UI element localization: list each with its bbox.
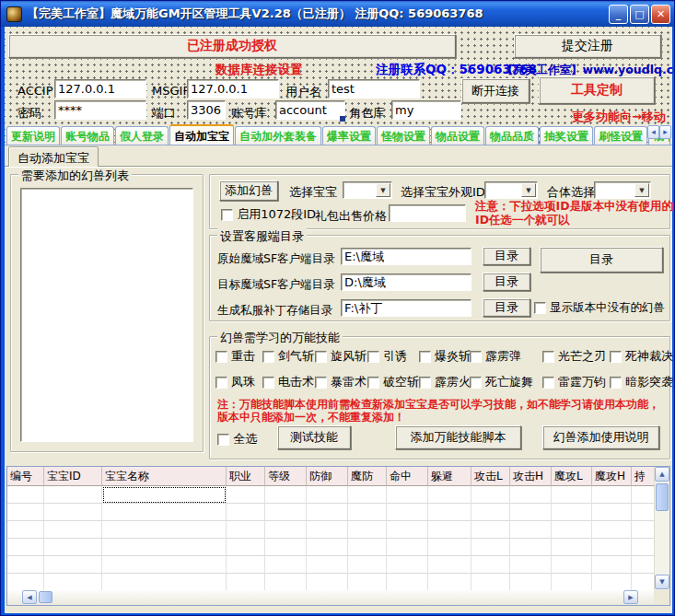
skill-checkbox-破空斩[interactable]: 破空斩 — [367, 374, 419, 390]
table-cell[interactable] — [428, 521, 471, 539]
column-header-职业[interactable]: 职业 — [227, 467, 265, 486]
skill-checkbox-旋风斩[interactable]: 旋风斩 — [315, 348, 367, 365]
tab-抽奖设置[interactable]: 抽奖设置 — [540, 126, 593, 145]
username-input[interactable] — [328, 79, 420, 99]
skill-checkbox-剑气斩[interactable]: 剑气斩 — [262, 348, 314, 365]
tab-自动加宝宝[interactable]: 自动加宝宝 — [169, 124, 234, 145]
column-header-躲避[interactable]: 躲避 — [428, 467, 471, 486]
table-cell[interactable] — [510, 556, 552, 574]
skill-checkbox-霹雳火[interactable]: 霹雳火 — [419, 374, 471, 390]
column-header-宝宝名称[interactable]: 宝宝名称 — [102, 467, 227, 486]
table-row[interactable] — [7, 539, 669, 556]
tab-假人登录[interactable]: 假人登录 — [115, 126, 169, 145]
table-cell[interactable] — [44, 486, 102, 504]
big-dir-button[interactable]: 目录 — [540, 247, 663, 273]
skill-checkbox-死神裁决[interactable]: 死神裁决 — [610, 348, 673, 365]
tab-scroll-left-icon[interactable]: ◂ — [647, 125, 659, 139]
table-cell[interactable] — [348, 556, 387, 574]
checkbox-box[interactable] — [215, 351, 227, 363]
table-cell[interactable] — [387, 521, 428, 539]
column-header-魔攻L[interactable]: 魔攻L — [552, 467, 592, 486]
maximize-button[interactable]: □ — [630, 5, 649, 24]
table-cell[interactable] — [428, 556, 471, 574]
checkbox-box[interactable] — [315, 377, 327, 389]
column-header-宝宝ID[interactable]: 宝宝ID — [44, 467, 102, 486]
tab-爆率设置[interactable]: 爆率设置 — [322, 126, 376, 145]
table-cell[interactable] — [227, 574, 265, 591]
table-cell[interactable] — [265, 556, 307, 574]
pet-listbox[interactable] — [20, 188, 193, 442]
checkbox-box[interactable] — [367, 377, 379, 389]
checkbox-box[interactable] — [262, 377, 274, 389]
table-cell[interactable] — [7, 504, 44, 521]
vertical-scrollbar[interactable]: ▲ ▼ — [654, 467, 669, 591]
table-cell[interactable] — [265, 504, 307, 521]
skill-checkbox-雷霆万钧[interactable]: 雷霆万钧 — [542, 374, 606, 390]
table-row[interactable] — [7, 556, 669, 574]
chevron-down-icon[interactable]: ▼ — [376, 183, 390, 197]
horizontal-scroll-thumb[interactable] — [39, 591, 52, 603]
table-cell[interactable] — [307, 539, 348, 556]
focused-cell[interactable] — [102, 486, 227, 504]
table-cell[interactable] — [552, 486, 592, 504]
scroll-up-icon[interactable]: ▲ — [655, 467, 669, 482]
table-cell[interactable] — [471, 504, 510, 521]
tab-自动加外套装备[interactable]: 自动加外套装备 — [235, 126, 321, 145]
patch-dir-button[interactable]: 目录 — [483, 298, 530, 317]
port-input[interactable] — [187, 100, 226, 120]
column-header-编号[interactable]: 编号 — [7, 467, 44, 486]
accip-input[interactable] — [54, 79, 146, 99]
source-dir-button[interactable]: 目录 — [483, 247, 530, 265]
table-cell[interactable] — [102, 574, 227, 591]
checkbox-box[interactable] — [470, 351, 482, 363]
table-cell[interactable] — [348, 486, 387, 504]
skill-checkbox-凤珠[interactable]: 凤珠 — [215, 374, 255, 390]
table-cell[interactable] — [7, 486, 44, 504]
table-cell[interactable] — [592, 539, 632, 556]
table-cell[interactable] — [592, 556, 632, 574]
submit-register-button[interactable]: 提交注册 — [514, 34, 661, 58]
skill-checkbox-爆炎斩[interactable]: 爆炎斩 — [419, 348, 471, 365]
table-cell[interactable] — [387, 556, 428, 574]
tab-物品设置[interactable]: 物品设置 — [431, 126, 484, 145]
source-dir-input[interactable] — [341, 248, 471, 265]
column-header-魔攻H[interactable]: 魔攻H — [592, 467, 632, 486]
table-cell[interactable] — [307, 504, 348, 521]
table-cell[interactable] — [471, 556, 510, 574]
checkbox-box[interactable] — [610, 377, 622, 389]
table-cell[interactable] — [552, 556, 592, 574]
column-header-魔防[interactable]: 魔防 — [348, 467, 387, 486]
msgip-input[interactable] — [187, 79, 279, 99]
table-cell[interactable] — [510, 574, 552, 591]
table-cell[interactable] — [44, 521, 102, 539]
price-input[interactable] — [389, 204, 466, 222]
appearance-id-dropdown[interactable]: ▼ — [484, 181, 538, 199]
tab-scroll-right-icon[interactable]: ▸ — [659, 125, 671, 139]
table-cell[interactable] — [44, 504, 102, 521]
table-cell[interactable] — [592, 574, 632, 591]
table-cell[interactable] — [102, 556, 227, 574]
checkbox-box[interactable] — [470, 377, 482, 389]
tab-auto-add-pet[interactable]: 自动添加宝宝 — [8, 146, 99, 167]
password-input[interactable] — [54, 100, 146, 120]
checkbox-box[interactable] — [542, 351, 554, 363]
pet-add-help-button[interactable]: 幻兽添加使用说明 — [542, 425, 659, 449]
add-pet-button[interactable]: 添加幻兽 — [219, 180, 278, 201]
table-row[interactable] — [7, 521, 669, 539]
table-cell[interactable] — [428, 486, 471, 504]
roledb-input[interactable] — [391, 100, 461, 120]
skill-checkbox-死亡旋舞[interactable]: 死亡旋舞 — [470, 374, 533, 390]
table-cell[interactable] — [102, 504, 227, 521]
skill-checkbox-霹雳弹[interactable]: 霹雳弹 — [470, 348, 521, 365]
column-header-等级[interactable]: 等级 — [265, 467, 307, 486]
table-cell[interactable] — [44, 539, 102, 556]
table-cell[interactable] — [307, 486, 348, 504]
target-dir-button[interactable]: 目录 — [483, 273, 530, 291]
column-header-命中[interactable]: 命中 — [387, 467, 428, 486]
table-cell[interactable] — [471, 486, 510, 504]
table-row[interactable] — [7, 486, 669, 504]
column-header-攻击L[interactable]: 攻击L — [471, 467, 510, 486]
table-cell[interactable] — [428, 574, 471, 591]
minimize-button[interactable]: _ — [609, 5, 628, 24]
target-dir-input[interactable] — [341, 273, 471, 291]
